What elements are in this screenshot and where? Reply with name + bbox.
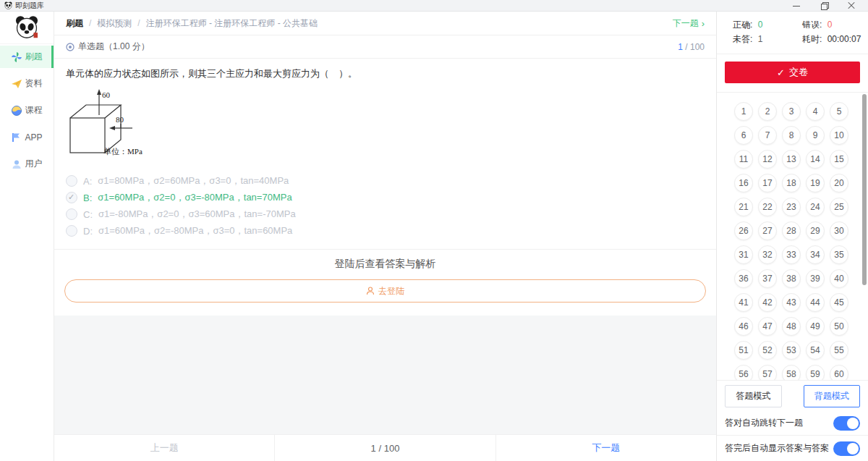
question-number-48[interactable]: 48 — [782, 317, 801, 336]
question-number-31[interactable]: 31 — [734, 245, 753, 264]
question-number-45[interactable]: 45 — [830, 293, 848, 312]
go-login-button[interactable]: 去登陆 — [64, 279, 706, 303]
auto-show-answer-toggle[interactable] — [833, 441, 860, 456]
question-number-44[interactable]: 44 — [806, 293, 825, 312]
question-number-41[interactable]: 41 — [734, 293, 753, 312]
breadcrumb-item[interactable]: 刷题 — [66, 17, 83, 30]
recite-mode-button[interactable]: 背题模式 — [804, 385, 861, 407]
sidebar-item-yonghu[interactable]: 用户 — [0, 153, 54, 175]
question-number-54[interactable]: 54 — [806, 341, 825, 360]
question-number-56[interactable]: 56 — [734, 365, 753, 380]
radio-checked-icon[interactable] — [66, 192, 77, 203]
question-number-33[interactable]: 33 — [782, 245, 801, 264]
close-icon[interactable] — [848, 2, 855, 9]
mode-switcher: 答题模式 背题模式 — [717, 380, 868, 411]
question-number-47[interactable]: 47 — [758, 317, 777, 336]
grid-scrollbar[interactable] — [862, 94, 867, 285]
question-number-19[interactable]: 19 — [806, 174, 825, 193]
question-number-6[interactable]: 6 — [734, 126, 753, 145]
question-progress: 1 / 100 — [678, 42, 705, 52]
question-number-21[interactable]: 21 — [734, 198, 753, 216]
answer-mode-button[interactable]: 答题模式 — [725, 385, 782, 407]
question-number-36[interactable]: 36 — [734, 269, 753, 288]
question-number-9[interactable]: 9 — [806, 126, 825, 145]
question-number-29[interactable]: 29 — [806, 221, 825, 240]
option-c[interactable]: C: σ1=-80MPa，σ2=0，σ3=60MPa，tan=-70MPa — [66, 206, 705, 222]
question-number-53[interactable]: 53 — [782, 341, 801, 360]
sidebar-item-app[interactable]: APP — [0, 126, 54, 148]
sidebar-item-ziliao[interactable]: 资料 — [0, 72, 54, 95]
question-number-3[interactable]: 3 — [782, 102, 801, 121]
question-number-60[interactable]: 60 — [830, 365, 848, 380]
question-number-15[interactable]: 15 — [830, 150, 848, 169]
question-number-35[interactable]: 35 — [830, 245, 848, 264]
question-number-13[interactable]: 13 — [782, 150, 801, 169]
option-d[interactable]: D: σ1=60MPa，σ2=-80MPa，σ3=0，tan=60MPa — [66, 223, 705, 239]
auto-next-toggle[interactable] — [833, 416, 860, 431]
stat-wrong-value: 0 — [827, 20, 833, 30]
question-meta-bar: 单选题（1.00 分） 1 / 100 — [54, 35, 716, 59]
question-number-2[interactable]: 2 — [758, 102, 777, 121]
next-question-link[interactable]: 下一题 › — [673, 17, 705, 30]
question-number-28[interactable]: 28 — [782, 221, 801, 240]
submit-paper-button[interactable]: ✓ 交卷 — [725, 62, 860, 83]
radio-icon[interactable] — [66, 225, 77, 237]
question-number-43[interactable]: 43 — [782, 293, 801, 312]
question-number-55[interactable]: 55 — [830, 341, 848, 360]
question-number-59[interactable]: 59 — [806, 365, 825, 380]
question-number-16[interactable]: 16 — [734, 174, 753, 193]
question-number-46[interactable]: 46 — [734, 317, 753, 336]
answer-sheet-panel: 正确: 0 错误: 0 未答: 1 耗时: 00:00:07 ✓ 交卷 1234… — [716, 12, 868, 461]
question-number-18[interactable]: 18 — [782, 174, 801, 193]
sidebar-item-kecheng[interactable]: 课程 — [0, 99, 54, 122]
question-number-1[interactable]: 1 — [734, 102, 753, 121]
login-user-icon — [366, 287, 375, 295]
minimize-icon[interactable] — [793, 2, 800, 9]
question-number-25[interactable]: 25 — [830, 198, 848, 216]
question-number-42[interactable]: 42 — [758, 293, 777, 312]
question-number-23[interactable]: 23 — [782, 198, 801, 216]
question-number-50[interactable]: 50 — [830, 317, 848, 336]
auto-next-label: 答对自动跳转下一题 — [725, 417, 803, 429]
question-number-34[interactable]: 34 — [806, 245, 825, 264]
question-type-icon — [66, 43, 75, 51]
question-number-10[interactable]: 10 — [830, 126, 848, 145]
option-b[interactable]: B: σ1=60MPa，σ2=0，σ3=-80MPa，tan=70MPa — [66, 190, 705, 206]
question-number-7[interactable]: 7 — [758, 126, 777, 145]
prev-question-button[interactable]: 上一题 — [54, 435, 274, 461]
next-question-button[interactable]: 下一题 — [496, 435, 716, 461]
flag-icon — [11, 132, 21, 143]
question-number-12[interactable]: 12 — [758, 150, 777, 169]
radio-icon[interactable] — [66, 208, 77, 220]
question-number-51[interactable]: 51 — [734, 341, 753, 360]
question-number-32[interactable]: 32 — [758, 245, 777, 264]
question-number-40[interactable]: 40 — [830, 269, 848, 288]
question-number-38[interactable]: 38 — [782, 269, 801, 288]
question-number-22[interactable]: 22 — [758, 198, 777, 216]
question-number-49[interactable]: 49 — [806, 317, 825, 336]
question-number-39[interactable]: 39 — [806, 269, 825, 288]
question-number-11[interactable]: 11 — [734, 150, 753, 169]
question-number-26[interactable]: 26 — [734, 221, 753, 240]
breadcrumb-item[interactable]: 模拟预测 — [97, 17, 132, 30]
question-number-20[interactable]: 20 — [830, 174, 848, 193]
sidebar-item-shuati[interactable]: 刷题 — [0, 46, 54, 68]
user-icon — [12, 159, 22, 169]
question-number-52[interactable]: 52 — [758, 341, 777, 360]
question-number-17[interactable]: 17 — [758, 174, 777, 193]
radio-icon[interactable] — [66, 175, 77, 187]
question-number-5[interactable]: 5 — [830, 102, 848, 121]
question-number-30[interactable]: 30 — [830, 221, 848, 240]
question-number-4[interactable]: 4 — [806, 102, 825, 121]
figure-side-value: 80 — [116, 115, 124, 124]
question-number-58[interactable]: 58 — [782, 365, 801, 380]
question-number-27[interactable]: 27 — [758, 221, 777, 240]
restore-icon[interactable] — [820, 2, 827, 9]
option-a[interactable]: A: σ1=80MPa，σ2=60MPa，σ3=0，tan=40MPa — [66, 173, 705, 189]
panda-logo — [0, 12, 54, 44]
question-number-8[interactable]: 8 — [782, 126, 801, 145]
question-number-37[interactable]: 37 — [758, 269, 777, 288]
question-number-14[interactable]: 14 — [806, 150, 825, 169]
question-number-24[interactable]: 24 — [806, 198, 825, 216]
question-number-57[interactable]: 57 — [758, 365, 777, 380]
